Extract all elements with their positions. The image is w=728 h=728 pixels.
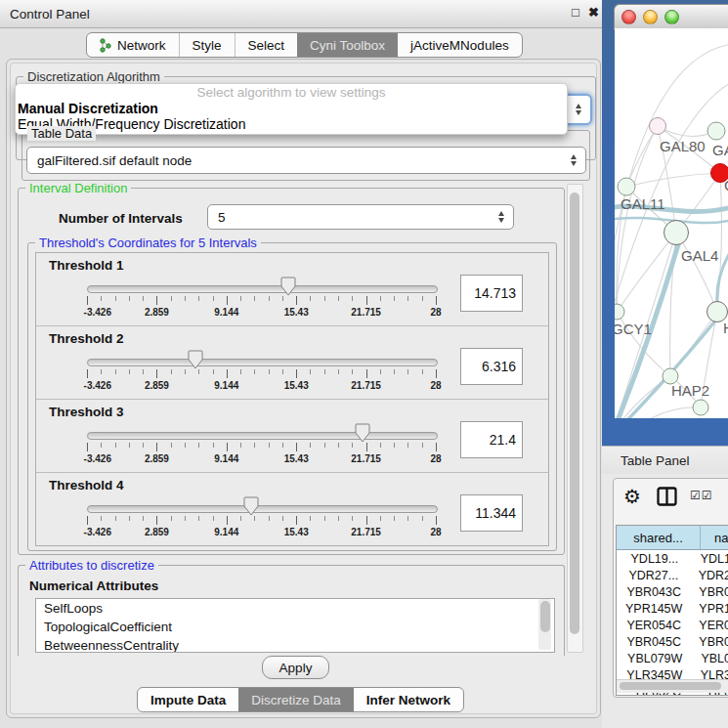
thresholds-group-label: Threshold's Coordinates for 5 Intervals xyxy=(35,236,261,250)
node-attribute-table[interactable]: shared... na YDL19...YDL1 YDR27...YDR2 Y… xyxy=(616,525,728,696)
threshold-2-label: Threshold 2 xyxy=(49,331,124,346)
table-data-label: Table Data xyxy=(27,126,96,141)
table-panel-title: Table Panel xyxy=(621,453,690,468)
tab-infer-network[interactable]: Infer Network xyxy=(354,688,463,711)
top-tabbar: Network Style Select Cyni Toolbox jActiv… xyxy=(86,32,523,58)
threshold-row-2: Threshold 2 -3.426 2.859 9.144 15.43 21.… xyxy=(36,326,548,400)
tab-jactivemnodules[interactable]: jActiveMNodules xyxy=(398,33,522,57)
network-tab-icon xyxy=(100,38,111,53)
tab-cyni-toolbox[interactable]: Cyni Toolbox xyxy=(297,33,398,57)
threshold-4-value-field[interactable]: 11.344 xyxy=(460,494,523,532)
column-header-shared[interactable]: shared... xyxy=(617,526,701,549)
app-root: Control Panel □ ✖ Network Style Select C… xyxy=(0,0,728,728)
node-partial-g[interactable] xyxy=(707,122,725,140)
apply-button[interactable]: Apply xyxy=(262,656,329,679)
popup-option-manual[interactable]: Manual Discretization xyxy=(16,101,567,116)
restore-icon[interactable]: □ xyxy=(572,5,579,21)
threshold-3-slider-track[interactable] xyxy=(87,432,438,440)
attributes-group-label: Attributes to discretize xyxy=(25,558,158,573)
settings-scrollbar-thumb[interactable] xyxy=(570,193,579,634)
minor-ticks xyxy=(87,369,437,374)
panel-title: Control Panel xyxy=(10,7,90,21)
table-data-value: galFiltered.sif default node xyxy=(37,153,192,168)
tick-labels: -3.426 2.859 9.144 15.43 21.715 28 xyxy=(87,307,436,320)
columns-icon[interactable] xyxy=(657,487,677,506)
zoom-traffic-light-icon[interactable] xyxy=(664,10,679,24)
table-panel-titlebar: Table Panel xyxy=(602,446,728,475)
network-view-canvas[interactable]: GAL80 GA C GAL11 GAL4 GCY1 H HAP2 xyxy=(615,28,728,418)
table-row[interactable]: YBR045CYBR0 xyxy=(617,633,728,650)
node-gal80[interactable] xyxy=(650,118,666,135)
tab-cyni-toolbox-label: Cyni Toolbox xyxy=(310,38,385,53)
tab-select[interactable]: Select xyxy=(235,33,298,57)
node-label-partial-g: GA xyxy=(712,142,728,158)
table-row[interactable]: YPR145WYPR1 xyxy=(617,600,728,617)
tab-select-label: Select xyxy=(248,38,285,53)
table-data-combobox[interactable]: galFiltered.sif default node xyxy=(26,147,586,174)
threshold-1-slider-track[interactable] xyxy=(87,285,438,293)
close-traffic-light-icon[interactable] xyxy=(621,10,636,24)
popup-placeholder: Select algorithm to view settings xyxy=(16,84,567,101)
tab-style[interactable]: Style xyxy=(179,33,235,57)
tab-jactivemnodules-label: jActiveMNodules xyxy=(410,38,509,53)
threshold-1-label: Threshold 1 xyxy=(49,258,124,273)
combo-arrows-icon xyxy=(576,104,581,115)
minor-ticks xyxy=(87,443,437,448)
bottom-tabbar: Impute Data Discretize Data Infer Networ… xyxy=(137,687,464,712)
table-row[interactable]: YDL19...YDL1 xyxy=(617,550,728,567)
node-gal11[interactable] xyxy=(618,178,635,195)
table-header-row: shared... na xyxy=(617,526,728,550)
gear-icon[interactable]: ⚙ xyxy=(623,485,641,508)
minor-ticks xyxy=(87,296,437,301)
threshold-3-slider-thumb[interactable] xyxy=(355,423,370,446)
node-gal4[interactable] xyxy=(664,221,689,245)
attributes-scrollbar-thumb[interactable] xyxy=(540,601,550,632)
apply-button-label: Apply xyxy=(279,661,313,675)
tab-network[interactable]: Network xyxy=(87,33,179,57)
attributes-listbox[interactable]: SelfLoops TopologicalCoefficient Between… xyxy=(35,598,555,653)
select-columns-checkboxes-icon[interactable]: ☑☑ xyxy=(690,489,713,502)
table-row[interactable]: YER054CYER0 xyxy=(617,617,728,633)
table-row[interactable]: YDR27...YDR2 xyxy=(617,567,728,583)
network-window-titlebar xyxy=(614,4,728,30)
threshold-3-value-field[interactable]: 21.4 xyxy=(460,421,523,458)
table-horizontal-scrollbar-thumb[interactable] xyxy=(620,682,721,690)
tab-discretize-data-label: Discretize Data xyxy=(251,693,341,707)
popup-option-equal-width[interactable]: Equal Width/Frequency Discretization xyxy=(16,116,567,132)
node-label-gal80: GAL80 xyxy=(660,138,706,154)
node-bottom[interactable] xyxy=(693,400,708,415)
combo-arrows-icon xyxy=(571,154,577,166)
control-panel-titlebar: Control Panel xyxy=(0,0,602,28)
attributes-scrollbar[interactable] xyxy=(538,599,551,650)
tab-discretize-data[interactable]: Discretize Data xyxy=(238,688,354,711)
node-label-gal4: GAL4 xyxy=(681,247,718,264)
close-icon[interactable]: ✖ xyxy=(588,5,599,21)
network-graph: GAL80 GA C GAL11 GAL4 GCY1 H HAP2 xyxy=(615,28,728,418)
threshold-2-value: 6.316 xyxy=(482,359,516,374)
list-item[interactable]: BetweennessCentrality xyxy=(36,636,554,653)
tab-network-label: Network xyxy=(117,38,166,53)
threshold-1-value-field[interactable]: 14.713 xyxy=(460,275,523,312)
table-row[interactable]: YBR043CYBR0 xyxy=(617,583,728,600)
threshold-2-value-field[interactable]: 6.316 xyxy=(460,348,523,385)
numerical-attributes-label: Numerical Attributes xyxy=(29,578,158,593)
threshold-4-slider-thumb[interactable] xyxy=(243,496,259,519)
tab-impute-data[interactable]: Impute Data xyxy=(138,688,238,711)
column-header-name[interactable]: na xyxy=(701,526,728,549)
node-label-gcy1: GCY1 xyxy=(615,321,652,337)
node-label-partial-c: C xyxy=(724,177,728,193)
settings-scrollbar[interactable] xyxy=(567,184,583,653)
threshold-row-3: Threshold 3 -3.426 2.859 9.144 15.43 21.… xyxy=(36,400,548,473)
threshold-2-slider-thumb[interactable] xyxy=(188,350,203,372)
tick-labels: -3.426 2.859 9.144 15.43 21.715 28 xyxy=(87,527,436,539)
minimize-traffic-light-icon[interactable] xyxy=(643,10,658,24)
threshold-2-slider-track[interactable] xyxy=(87,359,438,366)
threshold-3-label: Threshold 3 xyxy=(49,405,124,419)
threshold-4-slider-track[interactable] xyxy=(87,505,438,513)
node-gcy1[interactable] xyxy=(615,304,624,320)
table-row[interactable]: YBL079WYBL0 xyxy=(617,650,728,666)
num-intervals-combobox[interactable]: 5 xyxy=(207,204,514,230)
threshold-1-slider-thumb[interactable] xyxy=(280,277,296,299)
list-item[interactable]: SelfLoops xyxy=(36,599,554,618)
list-item[interactable]: TopologicalCoefficient xyxy=(36,618,554,636)
